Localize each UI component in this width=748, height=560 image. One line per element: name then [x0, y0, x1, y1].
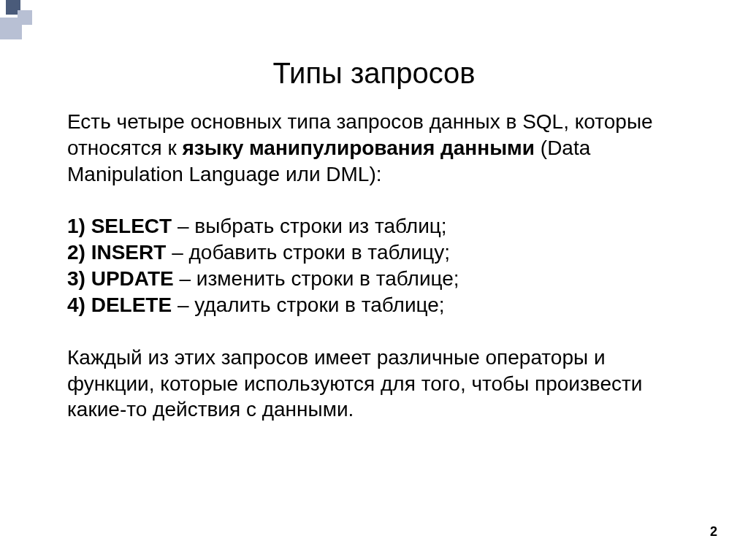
list-item: 2) INSERT – добавить строки в таблицу; — [67, 239, 690, 266]
list-item: 1) SELECT – выбрать строки из таблиц; — [67, 213, 690, 239]
list-item-command: 2) INSERT — [67, 241, 166, 264]
list-item-command: 4) DELETE — [67, 294, 172, 316]
list-item-description: – добавить строки в таблицу; — [166, 241, 450, 264]
page-number: 2 — [710, 524, 717, 540]
list-item-description: – удалить строки в таблице; — [172, 294, 445, 316]
list-item-description: – изменить строки в таблице; — [174, 267, 459, 290]
slide-title: Типы запросов — [0, 0, 748, 109]
list-item-command: 1) SELECT — [67, 215, 172, 237]
list-item-description: – выбрать строки из таблиц; — [172, 215, 446, 237]
outro-paragraph: Каждый из этих запросов имеет различные … — [67, 345, 690, 423]
intro-paragraph: Есть четыре основных типа запросов данны… — [67, 109, 690, 187]
list-item: 4) DELETE – удалить строки в таблице; — [67, 292, 690, 318]
list-item: 3) UPDATE – изменить строки в таблице; — [67, 266, 690, 292]
slide-content: Есть четыре основных типа запросов данны… — [0, 109, 748, 423]
query-types-list: 1) SELECT – выбрать строки из таблиц; 2)… — [67, 213, 690, 318]
list-item-command: 3) UPDATE — [67, 267, 174, 290]
intro-text-bold: языку манипулирования данными — [182, 137, 535, 159]
